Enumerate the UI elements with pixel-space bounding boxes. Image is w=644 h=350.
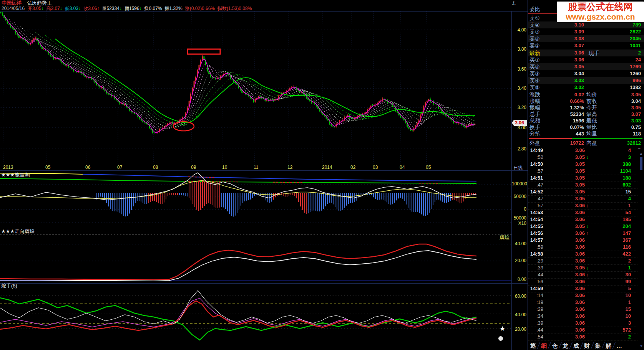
time-sales-row[interactable]: :143.0610	[528, 292, 638, 299]
time-sales-row[interactable]: 14:523.0515	[528, 188, 638, 196]
time-sales-row[interactable]: 14:573.06367	[528, 237, 638, 244]
tick-price: 3.06	[549, 285, 585, 292]
time-sales-row[interactable]: :293.062	[528, 258, 638, 265]
order-book-row[interactable]: 买⑤3.021382	[528, 84, 644, 91]
indicator-title: 弘历趋势王	[27, 0, 52, 6]
order-book-row[interactable]: 卖④3.10789	[528, 21, 644, 28]
tick-time: 14:52	[530, 188, 543, 195]
price-axis-label: 3.80	[512, 47, 526, 52]
x-axis-label: 02	[350, 165, 355, 170]
stat-value: 3.07	[631, 111, 641, 117]
tick-price: 3.06	[549, 237, 585, 244]
duoshou-indicator-chart[interactable]: ★	[0, 284, 511, 350]
order-book-price: 3.04	[549, 70, 584, 77]
order-book-row[interactable]: 买②3.051769	[528, 63, 644, 70]
x-axis-label: 10	[222, 165, 227, 170]
x-axis-label: 04	[400, 165, 405, 170]
downtick-arrow-icon: ↓	[586, 154, 593, 161]
time-sales-row[interactable]: 14:493.064	[528, 147, 638, 154]
order-book-row[interactable]: 买④3.03996	[528, 77, 644, 84]
time-sales-row[interactable]: 14:563.06↑147	[528, 230, 638, 237]
scrollbar-thumb[interactable]	[640, 157, 642, 170]
tick-volume: 4	[628, 195, 631, 202]
period-label[interactable]: 日线	[513, 165, 523, 171]
duo-axis-label: 60.00	[512, 294, 526, 299]
tick-volume: 2	[628, 258, 631, 264]
downtick-arrow-icon: ↓	[586, 223, 593, 230]
order-book-row[interactable]: 卖②3.082045	[528, 35, 644, 42]
time-sales-row[interactable]: :573.051104	[528, 168, 638, 175]
time-sales-row[interactable]: 14:543.06185	[528, 216, 638, 223]
anchor-icon[interactable]: ⚓	[511, 0, 516, 6]
tick-price: 3.06	[549, 333, 585, 340]
time-sales-row[interactable]: :473.05602	[528, 182, 638, 189]
tick-time: 14:56	[530, 230, 543, 237]
main-candlestick-chart[interactable]	[0, 12, 511, 164]
hui-axis-label: 40.00	[512, 241, 526, 246]
order-book-row[interactable]: 买①3.0624	[528, 56, 644, 63]
x-axis-label: 05	[45, 165, 50, 170]
tick-time: :29	[536, 258, 543, 264]
inout-ratio-bar	[529, 138, 642, 139]
tick-volume: 1	[628, 264, 631, 271]
quote-item: 高3.07↓	[46, 6, 62, 11]
hui-axis-label: 20.00	[512, 258, 526, 263]
time-sales-scrollbar[interactable]: ▲	[638, 147, 644, 341]
time-sales-row[interactable]: :473.054	[528, 195, 638, 203]
tick-price: 3.06	[549, 313, 585, 320]
time-sales-row[interactable]: :293.0615	[528, 306, 638, 313]
tick-price: 3.06	[549, 244, 585, 251]
stat-label: 最低	[586, 117, 597, 124]
time-sales-row[interactable]: 14:553.05↓204	[528, 223, 638, 230]
time-sales-list[interactable]: 14:493.064:523.05↓314:503.05388:573.0511…	[528, 147, 638, 341]
tick-price: 3.05	[549, 223, 585, 230]
quote-item-arrow: ↓	[78, 6, 81, 11]
order-book-volume: 2	[638, 50, 641, 56]
tick-volume: 5	[628, 285, 631, 292]
tick-time: :59	[536, 244, 543, 251]
order-book-row-label: 买①	[529, 56, 540, 63]
weibi-label: 委比	[529, 6, 540, 13]
obv-indicator-chart[interactable]	[0, 171, 511, 227]
tab-…[interactable]: …	[614, 343, 624, 349]
time-sales-row[interactable]: :443.06↑30	[528, 271, 638, 279]
order-book-row[interactable]: 卖①3.071041	[528, 42, 644, 49]
time-sales-row[interactable]: 14:533.0654	[528, 209, 638, 216]
time-sales-row[interactable]: :593.06116	[528, 244, 638, 251]
time-sales-row[interactable]: :393.063	[528, 320, 638, 327]
quote-panel: 委比 卖⑤卖④3.10789卖③3.092822卖②3.082045卖①3.07…	[528, 0, 644, 350]
tick-price: 3.06	[549, 258, 585, 264]
tick-price: 3.06	[549, 216, 585, 223]
trading-terminal: 中国远洋 弘历趋势王 2014/05/16开3.05↓高3.07↓低3.03↓收…	[0, 0, 644, 350]
order-book-price: 3.03	[549, 77, 584, 84]
time-sales-row[interactable]: 14:503.05388	[528, 161, 638, 168]
time-sales-row[interactable]: :593.0699	[528, 278, 638, 286]
time-sales-row[interactable]: 14:513.05188	[528, 175, 638, 182]
scroll-down-icon[interactable]: ▼	[639, 344, 643, 348]
zouxianghuihuang-indicator-chart[interactable]	[0, 227, 511, 283]
axis-strip-divider	[511, 12, 512, 350]
order-book-row-label: 卖①	[529, 42, 540, 49]
time-sales-row[interactable]: :443.06572	[528, 327, 638, 334]
time-sales-row[interactable]: 14:583.06422	[528, 251, 638, 258]
time-sales-row[interactable]: :193.061	[528, 299, 638, 306]
tick-time: 14:53	[530, 209, 543, 216]
order-book-row[interactable]: 买③3.041260	[528, 70, 644, 77]
dot-marker	[498, 336, 503, 341]
time-sales-row[interactable]: :343.0610	[528, 313, 638, 320]
time-sales-row[interactable]: :573.06↑1	[528, 202, 638, 210]
x-axis-label: 2013	[3, 165, 13, 170]
tick-volume: 1	[628, 299, 631, 306]
stat-value: 3.05	[631, 91, 641, 98]
order-book-row[interactable]: 卖③3.092822	[528, 28, 644, 35]
order-book-price: 3.08	[549, 35, 584, 42]
time-sales-row[interactable]: :543.062	[528, 333, 638, 341]
time-sales-row[interactable]: :523.05↓3	[528, 154, 638, 161]
hui-axis-label: 0.00	[512, 277, 526, 282]
outer-volume-label: 外盘	[529, 140, 540, 146]
tick-time: 14:58	[530, 251, 543, 258]
scroll-up-icon[interactable]: ▲	[639, 152, 643, 155]
time-sales-row[interactable]: :393.05↓1	[528, 264, 638, 272]
time-sales-row[interactable]: 14:593.065	[528, 285, 638, 292]
order-book-row[interactable]: 最新3.06现手2	[528, 50, 644, 56]
